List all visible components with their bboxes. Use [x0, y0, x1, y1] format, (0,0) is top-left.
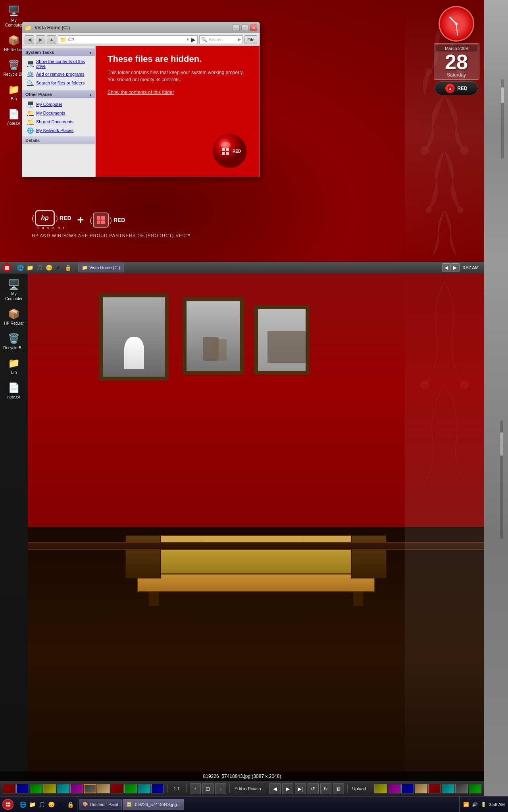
maximize-button[interactable]: □ [241, 25, 248, 31]
windows-icon [96, 216, 105, 224]
hp-logo-box: hp [35, 210, 55, 226]
taskbar-check-icon[interactable]: ✓ [56, 800, 65, 809]
thumb-6[interactable] [70, 784, 83, 793]
tray-battery-icon[interactable]: 🔋 [480, 801, 487, 808]
thumb-b2[interactable] [388, 784, 400, 793]
nav-right-button[interactable]: ▶ [451, 263, 460, 272]
tray-sound-icon[interactable]: 🔊 [471, 801, 479, 808]
taskbar-media-icon[interactable]: 🎵 [37, 800, 46, 809]
address-bar[interactable]: 📁 C:\ ▼ ▶ [58, 35, 198, 44]
thumb-2[interactable] [16, 784, 29, 793]
folder-quick-icon[interactable]: 📁 [25, 263, 34, 272]
thumb-b8[interactable] [469, 784, 481, 793]
thumb-10[interactable] [124, 784, 137, 793]
taskbar-smiley-icon[interactable]: 😊 [47, 800, 56, 809]
hp-rar-icon: 📦 [8, 34, 20, 47]
taskbar-ie-icon[interactable]: 🌐 [18, 800, 27, 809]
close-button[interactable]: ✕ [250, 25, 257, 31]
bottom-icon-mycomputer[interactable]: 🖥️ My Computer [2, 277, 26, 303]
smiley-icon[interactable]: 😊 [44, 263, 53, 272]
delete-photo-button[interactable]: 🗑 [333, 783, 344, 794]
thumb-11[interactable] [138, 784, 150, 793]
thumb-7-active[interactable] [84, 784, 96, 793]
zoom-in-button[interactable]: + [190, 783, 201, 794]
start-button-bottom[interactable] [2, 263, 11, 272]
object-in-painting [267, 331, 306, 363]
nav-left-button[interactable]: ◀ [442, 263, 451, 272]
show-folder-contents-link[interactable]: Show the contents of this folder [108, 90, 248, 95]
search-files-link[interactable]: 🔍 Search for files or folders [22, 79, 95, 87]
my-computer-link[interactable]: 🖥️ My Computer [22, 100, 95, 109]
thumb-b7[interactable] [455, 784, 468, 793]
bottom-icon-note[interactable]: 📄 note.txt [2, 380, 26, 401]
minimize-button[interactable]: ─ [233, 25, 240, 31]
prev-photo-button[interactable]: ◀ [269, 783, 281, 794]
thumb-12[interactable] [151, 784, 164, 793]
thumb-b1[interactable] [374, 784, 387, 793]
my-documents-link[interactable]: 📁 My Documents [22, 109, 95, 117]
back-button[interactable]: ◀ [25, 35, 34, 44]
thumb-b3[interactable] [401, 784, 414, 793]
search-box[interactable]: 🔍 Search ▶ [199, 35, 243, 44]
thumb-b6[interactable] [442, 784, 454, 793]
bottom-icon-hprar[interactable]: 📦 HP Red.rar [2, 306, 26, 327]
zoom-fit-button[interactable]: ⊡ [202, 783, 214, 794]
hp-red-button-widget[interactable]: RED [435, 81, 478, 95]
up-button[interactable]: ▲ [47, 35, 56, 44]
picasa-program-button[interactable]: 🖼️ 319226_57418843.jpg... [123, 799, 184, 810]
shared-documents-link[interactable]: 📁 Shared Documents [22, 117, 95, 126]
show-contents-icon: 🖥️ [27, 61, 34, 67]
show-contents-link[interactable]: 🖥️ Show the contents of this drive [22, 58, 95, 70]
scroll-thumb-bottom[interactable] [500, 432, 503, 456]
thumb-b4[interactable] [415, 784, 427, 793]
rotate-right-button[interactable]: ↻ [320, 783, 331, 794]
play-button[interactable]: ▶ [282, 783, 293, 794]
painting-middle-inner [187, 301, 240, 371]
other-places-header[interactable]: Other Places ▲ [22, 90, 95, 98]
thumb-b5[interactable] [428, 784, 441, 793]
taskbar-lock-icon[interactable]: 🔒 [66, 800, 75, 809]
thumb-1[interactable] [3, 784, 15, 793]
upload-button[interactable]: Upload [351, 786, 368, 791]
thumb-3[interactable] [30, 784, 42, 793]
bottom-computer-label: My Computer [3, 292, 25, 301]
paint-program-button[interactable]: 🎨 Untitled - Paint [79, 799, 122, 810]
tray-network-icon[interactable]: 📶 [463, 801, 470, 808]
add-remove-link[interactable]: ⚙️ Add or remove programs [22, 70, 95, 79]
forward-button[interactable]: ▶ [36, 35, 45, 44]
taskbar-quick-launch: 🌐 📁 🎵 😊 ✓ 🔒 [16, 797, 77, 812]
rotate-left-button[interactable]: ↺ [308, 783, 319, 794]
hidden-files-title: These files are hidden. [108, 54, 248, 64]
address-go-icon[interactable]: ▶ [191, 36, 196, 43]
edit-in-picasa-button[interactable]: Edit in Picasa [233, 786, 263, 791]
window-content: System Tasks ▲ 🖥️ Show the contents of t… [22, 46, 260, 177]
lock-icon[interactable]: 🔒 [64, 263, 72, 272]
bottom-icon-bin[interactable]: 📁 Bin [2, 355, 26, 377]
thumb-5[interactable] [57, 784, 69, 793]
scrollbar-thumb[interactable] [501, 87, 504, 103]
calendar-day: 28 [436, 52, 477, 72]
svg-rect-8 [101, 216, 105, 220]
active-window-tab[interactable]: 📁 Vista Home (C:) [78, 263, 124, 272]
window-title: Vista Home (C:) [35, 25, 231, 31]
next-photo-button[interactable]: ▶| [295, 783, 306, 794]
thumb-9[interactable] [111, 784, 123, 793]
thumb-4[interactable] [43, 784, 56, 793]
zoom-out-button[interactable]: - [215, 783, 226, 794]
right-panel-bottom [484, 262, 508, 812]
search-go-icon[interactable]: ▶ [238, 37, 241, 42]
thumb-8[interactable] [97, 784, 110, 793]
taskbar-start-button[interactable] [2, 799, 13, 810]
check-icon[interactable]: ✓ [54, 263, 63, 272]
taskbar-time[interactable]: 3:58 AM [489, 802, 505, 807]
system-tasks-header[interactable]: System Tasks ▲ [22, 48, 95, 56]
file-toolbar-button[interactable]: File [244, 35, 257, 44]
bottom-icon-recycle[interactable]: 🗑️ Recycle B... [2, 331, 26, 352]
taskbar-folder-icon[interactable]: 📁 [28, 800, 37, 809]
my-computer-nav-text: My Computer [36, 102, 62, 107]
my-network-link[interactable]: 🌐 My Network Places [22, 126, 95, 135]
search-files-text: Search for files or folders [36, 80, 85, 85]
media-icon[interactable]: 🎵 [35, 263, 44, 272]
ie-icon[interactable]: 🌐 [16, 263, 25, 272]
address-dropdown[interactable]: ▼ [186, 37, 190, 42]
